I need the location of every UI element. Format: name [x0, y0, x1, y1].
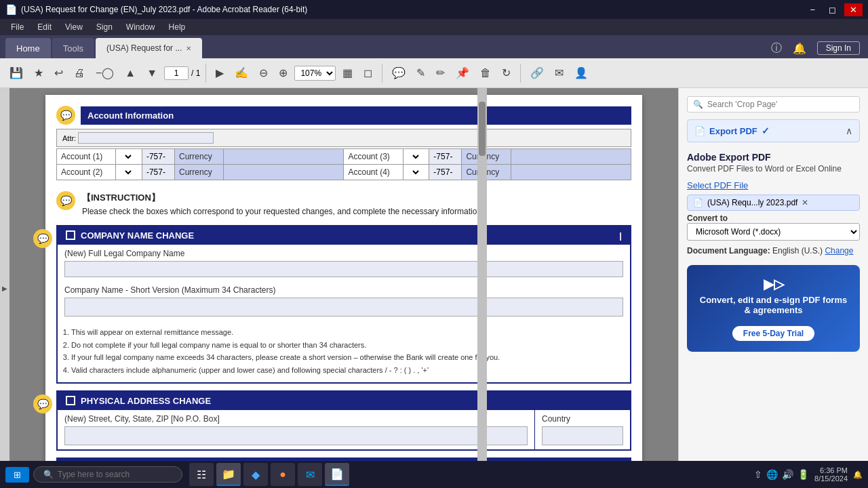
taskbar-network-icon[interactable]: 🌐	[766, 469, 778, 480]
taskbar-firefox[interactable]: ●	[271, 463, 295, 486]
title-bar-controls[interactable]: − ◻ ✕	[804, 3, 863, 16]
minimize-button[interactable]: −	[804, 3, 821, 16]
sign-in-button[interactable]: Sign In	[817, 41, 860, 55]
rotate-button[interactable]: ↻	[498, 64, 515, 82]
taskbar-explorer[interactable]: 📁	[216, 463, 241, 486]
taskbar-search-input[interactable]	[58, 470, 172, 479]
bell-icon[interactable]: 🔔	[793, 42, 806, 55]
menu-help[interactable]: Help	[163, 21, 191, 33]
export-collapse-icon[interactable]: ∧	[846, 125, 852, 136]
export-pdf-title: 📄 Export PDF ✓	[694, 125, 770, 136]
tab-close-icon[interactable]: ✕	[186, 45, 191, 52]
currency4-input[interactable]	[515, 168, 627, 176]
taskbar-search[interactable]: 🔍	[33, 466, 182, 483]
tab-doc[interactable]: (USA) Request for ... ✕	[96, 38, 202, 58]
pdf-scrollbar[interactable]	[477, 88, 487, 488]
taskbar-acrobat[interactable]: 📄	[325, 463, 349, 486]
account2-value[interactable]: -757-	[142, 165, 174, 180]
redact-button[interactable]: ✏	[432, 64, 449, 82]
window-title: (USA) Request for Change (EN)_July 2023.…	[21, 5, 307, 14]
free-trial-button[interactable]: Free 5-Day Trial	[732, 326, 814, 341]
taskbar-notification[interactable]: 🔔	[853, 470, 863, 479]
account4-dropdown[interactable]	[408, 167, 421, 177]
physical-address-checkbox[interactable]	[66, 396, 75, 405]
currency4-input-cell[interactable]	[511, 165, 631, 180]
help-icon[interactable]: ⓘ	[771, 41, 782, 56]
marquee-tool[interactable]: ◻	[359, 64, 376, 82]
short-version-input[interactable]	[64, 298, 623, 317]
taskbar-outlook[interactable]: ✉	[298, 463, 322, 486]
account1-value[interactable]: -757-	[142, 149, 174, 165]
currency3-input[interactable]	[515, 152, 627, 161]
print-button[interactable]: 🖨	[70, 64, 89, 82]
currency1-input-cell[interactable]	[224, 149, 344, 165]
zoom-out-button[interactable]: −◯	[92, 64, 118, 82]
page-number-input[interactable]: 1	[164, 66, 189, 80]
account1-dropdown[interactable]	[120, 152, 134, 161]
search-icon: 🔍	[693, 100, 703, 109]
doc-lang-value: English (U.S.)	[772, 246, 823, 256]
scroll-thumb[interactable]	[479, 102, 486, 156]
company-name-checkbox[interactable]	[66, 230, 75, 240]
user-button[interactable]: 👤	[570, 64, 592, 82]
zoom-select[interactable]: 107% 50% 75% 100% 125% 150% 200%	[294, 66, 336, 81]
prev-page-button[interactable]: ▲	[121, 64, 140, 82]
email-button[interactable]: ✉	[551, 64, 568, 82]
taskbar-volume-icon[interactable]: 🔊	[782, 469, 793, 480]
full-legal-input[interactable]	[64, 261, 623, 277]
attr-input[interactable]	[78, 132, 214, 144]
account4-value[interactable]: -757-	[429, 165, 462, 180]
account-info-title: Account Information	[81, 106, 631, 125]
comment-bubble-company[interactable]: 💬	[33, 229, 52, 248]
highlight-button[interactable]: ✎	[412, 64, 429, 82]
undo-button[interactable]: ↩	[50, 64, 67, 82]
taskbar-edge[interactable]: ◆	[243, 463, 268, 486]
currency3-input-cell[interactable]	[511, 149, 631, 165]
stamp-button[interactable]: 📌	[452, 64, 473, 82]
fit-page-button[interactable]: ▦	[338, 64, 357, 82]
menu-view[interactable]: View	[60, 21, 88, 33]
currency1-input[interactable]	[228, 152, 339, 161]
hand-tool[interactable]: ✍	[231, 64, 252, 82]
file-chip-remove-button[interactable]: ✕	[802, 198, 808, 207]
comment-bubble-1[interactable]: 💬	[56, 106, 75, 125]
street-input[interactable]	[64, 426, 528, 445]
account2-dropdown[interactable]	[120, 167, 134, 177]
right-panel-search[interactable]: 🔍	[687, 96, 860, 113]
convert-select[interactable]: Microsoft Word (*.docx)	[687, 223, 860, 241]
doc-lang-change-link[interactable]: Change	[825, 246, 853, 256]
menu-window[interactable]: Window	[121, 21, 161, 33]
comment-bubble-instruction[interactable]: 💬	[56, 191, 75, 210]
comment-button[interactable]: 💬	[388, 64, 410, 82]
zoom-out-btn2[interactable]: ⊖	[255, 64, 272, 82]
crop-page-search[interactable]	[707, 100, 854, 109]
menu-edit[interactable]: Edit	[32, 21, 57, 33]
restore-button[interactable]: ◻	[823, 3, 842, 16]
start-button[interactable]: ⊞	[5, 467, 29, 483]
bookmark-button[interactable]: ★	[30, 64, 47, 82]
country-input[interactable]	[542, 426, 623, 445]
link-button[interactable]: 🔗	[526, 64, 548, 82]
tab-home[interactable]: Home	[5, 38, 51, 58]
tab-tools[interactable]: Tools	[52, 38, 94, 58]
taskbar-datetime[interactable]: 6:36 PM 8/15/2024	[814, 466, 848, 483]
currency2-input[interactable]	[228, 168, 339, 176]
next-page-button[interactable]: ▼	[142, 64, 161, 82]
zoom-in-btn[interactable]: ⊕	[275, 64, 292, 82]
account3-value[interactable]: -757-	[429, 149, 462, 165]
menu-file[interactable]: File	[5, 21, 29, 33]
close-button[interactable]: ✕	[844, 3, 863, 16]
taskbar-up-arrow[interactable]: ⇧	[754, 469, 762, 480]
left-panel-toggle[interactable]: ▶	[0, 88, 9, 488]
taskbar-battery-icon: 🔋	[797, 469, 809, 480]
select-pdf-link[interactable]: Select PDF File	[687, 180, 860, 190]
save-button[interactable]: 💾	[5, 64, 27, 82]
menu-sign[interactable]: Sign	[91, 21, 118, 33]
menu-bar: File Edit View Sign Window Help	[0, 19, 868, 35]
comment-bubble-address[interactable]: 💬	[33, 394, 52, 413]
taskbar-task-view[interactable]: ☷	[189, 463, 214, 486]
select-tool[interactable]: ▶	[212, 64, 228, 82]
currency2-input-cell[interactable]	[224, 165, 344, 180]
delete-button[interactable]: 🗑	[476, 64, 495, 82]
account3-dropdown[interactable]	[408, 152, 421, 161]
